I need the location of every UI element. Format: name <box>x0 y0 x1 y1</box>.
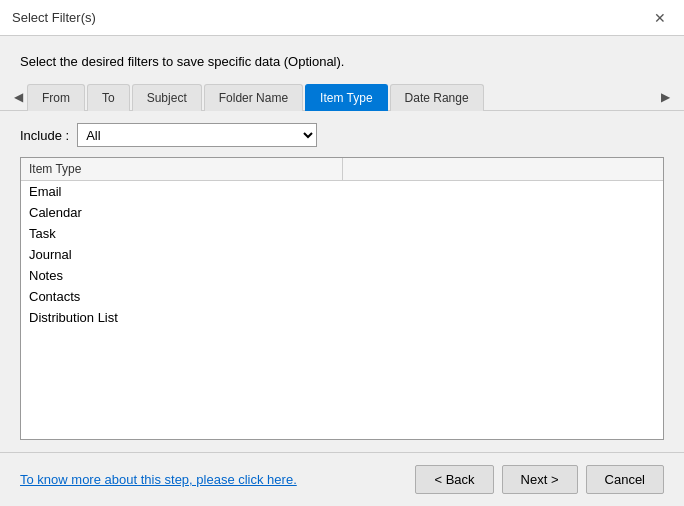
tab-from[interactable]: From <box>27 84 85 111</box>
list-item[interactable]: Distribution List <box>21 307 663 328</box>
dialog-body: Select the desired filters to save speci… <box>0 36 684 506</box>
list-item[interactable]: Contacts <box>21 286 663 307</box>
dialog-title: Select Filter(s) <box>12 10 96 25</box>
include-select[interactable]: AllSelected <box>77 123 317 147</box>
footer: To know more about this step, please cli… <box>0 452 684 506</box>
tab-item-type[interactable]: Item Type <box>305 84 387 111</box>
help-link[interactable]: To know more about this step, please cli… <box>20 472 297 487</box>
list-header: Item Type <box>21 158 663 181</box>
list-item[interactable]: Calendar <box>21 202 663 223</box>
list-col-itemtype: Item Type <box>21 158 343 180</box>
tab-date-range[interactable]: Date Range <box>390 84 484 111</box>
main-content: Include : AllSelected Item Type EmailCal… <box>0 111 684 452</box>
list-item[interactable]: Notes <box>21 265 663 286</box>
description-text: Select the desired filters to save speci… <box>0 36 684 83</box>
description-label: Select the desired filters to save speci… <box>20 54 344 69</box>
cancel-button[interactable]: Cancel <box>586 465 664 494</box>
list-item[interactable]: Email <box>21 181 663 202</box>
item-type-list: Item Type EmailCalendarTaskJournalNotesC… <box>20 157 664 440</box>
list-col-extra <box>343 158 664 180</box>
tabs-container: ◀ FromToSubjectFolder NameItem TypeDate … <box>0 83 684 111</box>
tab-folder-name[interactable]: Folder Name <box>204 84 303 111</box>
list-item[interactable]: Task <box>21 223 663 244</box>
footer-buttons: < Back Next > Cancel <box>415 465 664 494</box>
close-button[interactable]: ✕ <box>648 8 672 28</box>
title-bar: Select Filter(s) ✕ <box>0 0 684 36</box>
tabs-scroll-left-button[interactable]: ◀ <box>10 88 27 106</box>
include-row: Include : AllSelected <box>20 123 664 147</box>
tabs-list: FromToSubjectFolder NameItem TypeDate Ra… <box>27 83 657 110</box>
back-button[interactable]: < Back <box>415 465 493 494</box>
list-item[interactable]: Journal <box>21 244 663 265</box>
tab-to[interactable]: To <box>87 84 130 111</box>
next-button[interactable]: Next > <box>502 465 578 494</box>
tabs-scroll-right-button[interactable]: ▶ <box>657 88 674 106</box>
include-label: Include : <box>20 128 69 143</box>
list-body: EmailCalendarTaskJournalNotesContactsDis… <box>21 181 663 439</box>
tab-subject[interactable]: Subject <box>132 84 202 111</box>
